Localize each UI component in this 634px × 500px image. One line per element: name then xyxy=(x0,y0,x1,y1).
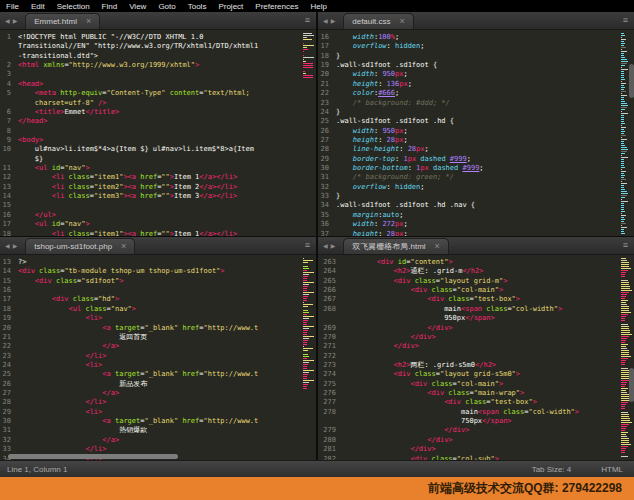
overflow-menu-icon[interactable]: ≡ xyxy=(623,240,634,254)
code-line: 33} xyxy=(318,192,620,201)
tab-scroll-right-icon[interactable]: ▶ xyxy=(13,242,18,249)
line-number: 8 xyxy=(0,127,18,136)
code-line: 35 margin:auto; xyxy=(318,211,620,220)
tab-scroll-left-icon[interactable]: ◀ xyxy=(323,242,328,249)
tab-scroll-arrows: ◀▶ xyxy=(318,17,339,29)
line-number: 267 xyxy=(318,295,343,304)
overflow-menu-icon[interactable]: ≡ xyxy=(305,15,316,29)
line-number xyxy=(0,99,18,108)
code-editor[interactable]: 16 width:100%;17 overflow: hidden;18}19.… xyxy=(318,31,634,236)
line-number: 27 xyxy=(0,389,18,398)
close-icon[interactable]: × xyxy=(86,17,91,26)
code-area[interactable]: 1<!DOCTYPE html PUBLIC "-//W3C//DTD XHTM… xyxy=(0,33,302,236)
tab-shuangfeiyi-grid-html[interactable]: 双飞翼栅格布局.html × xyxy=(343,238,449,254)
tab-bar: ◀▶ default.css × ≡ xyxy=(318,12,634,30)
minimap[interactable] xyxy=(303,33,315,234)
menu-item-help[interactable]: Help xyxy=(304,2,332,11)
code-line: 265 <div class="layout grid-m"> xyxy=(318,277,620,286)
code-line: 31 热销爆款 xyxy=(0,426,302,435)
close-icon[interactable]: × xyxy=(435,242,440,251)
code-editor[interactable]: 263 <div id="content">264 <h2>通栏: .grid-… xyxy=(318,256,634,460)
line-number: 16 xyxy=(0,286,18,295)
tab-scroll-right-icon[interactable]: ▶ xyxy=(331,242,336,249)
tab-emmet-html[interactable]: Emmet.html × xyxy=(25,13,100,29)
line-number: 265 xyxy=(318,277,343,286)
code-area[interactable]: 13?>14<div class="tb-module tshop-um tsh… xyxy=(0,258,302,460)
menu-item-selection[interactable]: Selection xyxy=(51,2,96,11)
tab-scroll-right-icon[interactable]: ▶ xyxy=(331,17,336,24)
status-syntax[interactable]: HTML xyxy=(601,465,623,474)
line-number: 25 xyxy=(0,370,18,379)
code-line: charset=utf-8" /> xyxy=(0,99,302,108)
overflow-menu-icon[interactable]: ≡ xyxy=(305,240,316,254)
line-number: 32 xyxy=(318,183,336,192)
code-line: 36 width: 272px; xyxy=(318,220,620,229)
tab-default-css[interactable]: default.css × xyxy=(343,13,414,29)
tab-scroll-right-icon[interactable]: ▶ xyxy=(13,17,18,24)
code-line: 4<head> xyxy=(0,80,302,89)
minimap[interactable] xyxy=(303,258,315,458)
tab-bar: ◀▶ 双飞翼栅格布局.html × ≡ xyxy=(318,237,634,255)
menu-item-edit[interactable]: Edit xyxy=(25,2,51,11)
code-editor[interactable]: 1<!DOCTYPE html PUBLIC "-//W3C//DTD XHTM… xyxy=(0,31,316,236)
line-number: 2 xyxy=(0,61,18,70)
line-number: 264 xyxy=(318,267,343,276)
line-number: 278 xyxy=(318,408,343,417)
overflow-menu-icon[interactable]: ≡ xyxy=(623,15,634,29)
code-line: 21 返回首页 xyxy=(0,333,302,342)
code-editor[interactable]: 13?>14<div class="tb-module tshop-um tsh… xyxy=(0,256,316,460)
menu-item-file[interactable]: File xyxy=(0,2,25,11)
code-line: 24} xyxy=(318,108,620,117)
close-icon[interactable]: × xyxy=(400,17,405,26)
status-tab-size[interactable]: Tab Size: 4 xyxy=(532,465,572,474)
code-line: 34.wall-sd1foot .sd1foot .hd .nav { xyxy=(318,201,620,210)
code-line: 17 overflow: hidden; xyxy=(318,42,620,51)
code-line: 23 /* background: #ddd; */ xyxy=(318,99,620,108)
tab-scroll-left-icon[interactable]: ◀ xyxy=(323,17,328,24)
tab-scroll-left-icon[interactable]: ◀ xyxy=(5,17,10,24)
line-number: 274 xyxy=(318,370,343,379)
code-line: 267 <div class="test-box"> xyxy=(318,295,620,304)
close-icon[interactable]: × xyxy=(121,242,126,251)
menu-item-tools[interactable]: Tools xyxy=(182,2,213,11)
tab-scroll-arrows: ◀▶ xyxy=(0,242,21,254)
line-number: 269 xyxy=(318,324,343,333)
code-line: 16 </ul> xyxy=(0,211,302,220)
menu-item-view[interactable]: View xyxy=(123,2,152,11)
code-line: 37 height: 28px; xyxy=(318,230,620,236)
line-number: 271 xyxy=(318,342,343,351)
sublime-text-window: FileEditSelectionFindViewGotoToolsProjec… xyxy=(0,0,634,500)
code-line: 16 width:100%; xyxy=(318,33,620,42)
line-number: 18 xyxy=(318,52,336,61)
code-line: 22 </a> xyxy=(0,342,302,351)
minimap[interactable] xyxy=(621,258,633,458)
code-line: 266 <div class="col-main"> xyxy=(318,286,620,295)
tab-tshop-um-sd1foot-php[interactable]: tshop-um-sd1foot.php × xyxy=(25,238,135,254)
menu-item-preferences[interactable]: Preferences xyxy=(249,2,304,11)
code-line: 20 <a target="_blank" href="http://www.t xyxy=(0,324,302,333)
footer-banner: 前端高级技术交流QQ群: 279422298 xyxy=(0,477,634,500)
code-area[interactable]: 16 width:100%;17 overflow: hidden;18}19.… xyxy=(318,33,620,236)
status-caret-position[interactable]: Line 1, Column 1 xyxy=(7,465,67,474)
horizontal-scrollbar[interactable] xyxy=(8,454,178,459)
vertical-scrollbar[interactable] xyxy=(629,368,634,402)
menu-item-goto[interactable]: Goto xyxy=(152,2,181,11)
menu-item-project[interactable]: Project xyxy=(212,2,249,11)
line-number: 277 xyxy=(318,398,343,407)
code-line: 1<!DOCTYPE html PUBLIC "-//W3C//DTD XHTM… xyxy=(0,33,302,42)
code-line: 32 </a> xyxy=(0,436,302,445)
line-number: 28 xyxy=(0,398,18,407)
line-number: 29 xyxy=(0,408,18,417)
line-number: 15 xyxy=(0,277,18,286)
code-line: 26 新品发布 xyxy=(0,380,302,389)
line-number: 21 xyxy=(0,333,18,342)
vertical-scrollbar[interactable] xyxy=(629,64,634,98)
code-line: 19 <li> xyxy=(0,314,302,323)
code-line: 23 </li> xyxy=(0,352,302,361)
line-number: 275 xyxy=(318,380,343,389)
code-area[interactable]: 263 <div id="content">264 <h2>通栏: .grid-… xyxy=(318,258,620,460)
menu-item-find[interactable]: Find xyxy=(96,2,124,11)
tab-scroll-left-icon[interactable]: ◀ xyxy=(5,242,10,249)
line-number: 20 xyxy=(0,324,18,333)
code-line: 276 <div class="main-wrap"> xyxy=(318,389,620,398)
